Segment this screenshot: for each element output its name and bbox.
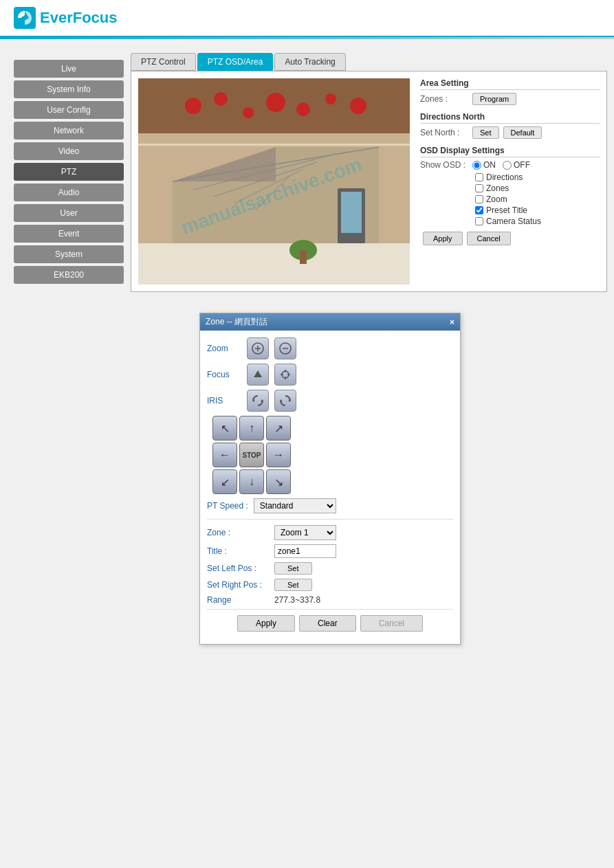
tab-ptz-osd-area[interactable]: PTZ OSD/Area (197, 53, 274, 71)
dir-n-button[interactable]: ↑ (239, 416, 264, 441)
dir-sw-button[interactable]: ↙ (212, 469, 237, 494)
sidebar-item-ekb200[interactable]: EKB200 (14, 266, 124, 284)
sidebar-item-event[interactable]: Event (14, 225, 124, 243)
zoom-in-button[interactable] (247, 337, 269, 359)
preset-title-label: Preset Title (486, 205, 527, 215)
svg-rect-20 (300, 250, 307, 264)
pt-speed-label: PT Speed : (207, 501, 248, 511)
focus-control-row: Focus (207, 364, 453, 386)
directions-label: Directions (486, 173, 523, 182)
range-row: Range 277.3~337.8 (207, 595, 453, 605)
zoom-checkbox-row: Zoom (475, 194, 600, 204)
svg-point-2 (185, 98, 201, 114)
logo: EverFocus (14, 7, 118, 29)
zone-select[interactable]: Zoom 1 Zoom 2 Zoom 3 Zoom 4 (274, 525, 336, 540)
preset-title-checkbox-row: Preset Title (475, 205, 600, 215)
svg-point-4 (243, 107, 254, 118)
dir-se-button[interactable]: ↘ (266, 469, 291, 494)
sidebar-item-system-info[interactable]: System Info (14, 80, 124, 98)
zone-row: Zone : Zoom 1 Zoom 2 Zoom 3 Zoom 4 (207, 525, 453, 540)
main-panel: manualsarchive.com Area Setting Zones : … (131, 71, 607, 292)
camera-status-checkbox-row: Camera Status (475, 216, 600, 226)
svg-point-3 (214, 92, 228, 106)
sidebar-item-network[interactable]: Network (14, 122, 124, 140)
zone-dialog-titlebar: Zone -- 網頁對話 × (200, 313, 460, 331)
iris-close-button[interactable] (274, 390, 296, 412)
sidebar-item-user-config[interactable]: User Config (14, 101, 124, 119)
zone-dialog: Zone -- 網頁對話 × Zoom Focus (199, 313, 461, 645)
set-right-pos-label: Set Right Pos : (207, 580, 269, 590)
zoom-out-button[interactable] (274, 337, 296, 359)
zoom-control-row: Zoom (207, 337, 453, 359)
apply-button[interactable]: Apply (237, 615, 295, 632)
clear-button[interactable]: Clear (299, 615, 356, 632)
header: EverFocus (0, 0, 614, 37)
zones-checkbox-row: Zones (475, 183, 600, 193)
sidebar-item-system[interactable]: System (14, 245, 124, 263)
set-left-pos-row: Set Left Pos : Set (207, 562, 453, 575)
sidebar-item-video[interactable]: Video (14, 142, 124, 160)
sidebar-item-user[interactable]: User (14, 204, 124, 222)
title-row: Title : (207, 544, 453, 558)
default-button[interactable]: Default (503, 126, 542, 139)
zones-label: Zones : (420, 94, 468, 104)
camera-status-label: Camera Status (486, 216, 541, 226)
svg-point-8 (350, 98, 366, 114)
osd-display-title: OSD Display Settings (420, 146, 600, 157)
osd-apply-button[interactable]: Apply (423, 232, 463, 245)
sidebar-item-audio[interactable]: Audio (14, 183, 124, 201)
dir-w-button[interactable]: ← (212, 443, 237, 467)
svg-marker-29 (254, 370, 262, 377)
zoom-checkbox[interactable] (475, 195, 483, 203)
area-setting-section: Area Setting Zones : Program (420, 78, 600, 105)
osd-cancel-button[interactable]: Cancel (467, 232, 511, 245)
set-left-pos-button[interactable]: Set (274, 562, 312, 575)
zone-settings: Zone : Zoom 1 Zoom 2 Zoom 3 Zoom 4 Title… (207, 519, 453, 605)
content-area: PTZ Control PTZ OSD/Area Auto Tracking (131, 53, 607, 645)
set-right-pos-button[interactable]: Set (274, 579, 312, 591)
sidebar-item-live[interactable]: Live (14, 60, 124, 78)
title-label: Title : (207, 546, 269, 556)
header-divider (0, 37, 614, 39)
set-north-button[interactable]: Set (472, 126, 499, 139)
range-label: Range (207, 595, 269, 605)
cancel-button[interactable]: Cancel (360, 615, 423, 632)
focus-far-button[interactable] (274, 364, 296, 386)
sidebar: Live System Info User Config Network Vid… (7, 53, 131, 645)
dir-e-button[interactable]: → (266, 443, 291, 467)
area-setting-title: Area Setting (420, 78, 600, 90)
tab-ptz-control[interactable]: PTZ Control (131, 53, 196, 71)
zoom-label: Zoom (486, 194, 507, 204)
preset-title-checkbox[interactable] (475, 206, 483, 214)
zoom-label-text: Zoom (207, 344, 241, 353)
svg-point-6 (296, 102, 310, 116)
tab-auto-tracking[interactable]: Auto Tracking (274, 53, 345, 71)
directions-checkbox[interactable] (475, 173, 483, 181)
zones-checkbox[interactable] (475, 184, 483, 192)
osd-on-radio[interactable]: ON (472, 160, 496, 170)
osd-off-radio[interactable]: OFF (503, 160, 530, 170)
dir-nw-button[interactable]: ↖ (212, 416, 237, 441)
title-input[interactable] (274, 544, 336, 558)
zones-label: Zones (486, 183, 509, 193)
zone-dialog-body: Zoom Focus (200, 331, 460, 644)
set-north-label: Set North : (420, 128, 468, 137)
main-container: Live System Info User Config Network Vid… (0, 46, 614, 652)
pt-speed-select[interactable]: Slowest Slow Standard Fast Fastest (254, 498, 336, 513)
iris-control-row: IRIS (207, 390, 453, 412)
zone-dialog-close[interactable]: × (450, 318, 454, 327)
camera-view: manualsarchive.com (138, 78, 410, 285)
dir-stop-button[interactable]: STOP (239, 443, 264, 467)
osd-radio-group: ON OFF (472, 160, 530, 170)
sidebar-item-ptz[interactable]: PTZ (14, 163, 124, 181)
focus-near-button[interactable] (247, 364, 269, 386)
iris-open-button[interactable] (247, 390, 269, 412)
program-button[interactable]: Program (472, 93, 516, 105)
dialog-bottom-buttons: Apply Clear Cancel (207, 609, 453, 637)
pt-speed-row: PT Speed : Slowest Slow Standard Fast Fa… (207, 498, 453, 513)
camera-wrapper: manualsarchive.com (138, 78, 410, 285)
dir-s-button[interactable]: ↓ (239, 469, 264, 494)
set-north-row: Set North : Set Default (420, 126, 600, 139)
dir-ne-button[interactable]: ↗ (266, 416, 291, 441)
camera-status-checkbox[interactable] (475, 217, 483, 225)
